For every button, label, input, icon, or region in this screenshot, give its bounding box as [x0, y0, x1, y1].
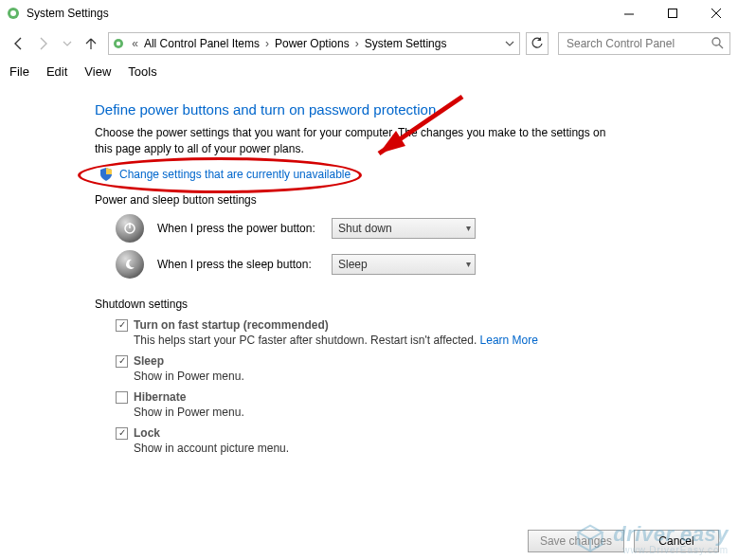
window-controls	[607, 0, 738, 27]
power-button-row: When I press the power button: Shut down…	[116, 214, 708, 243]
chevron-right-icon: ›	[351, 37, 363, 50]
page-title: Define power buttons and turn on passwor…	[95, 101, 708, 117]
search-input[interactable]	[565, 36, 711, 51]
power-button-dropdown[interactable]: Shut down ▾	[332, 218, 476, 239]
chevron-down-icon: ▾	[466, 259, 471, 269]
moon-icon	[116, 250, 144, 279]
lock-checkbox[interactable]	[116, 427, 128, 440]
chevron-right-icon: ›	[261, 37, 273, 50]
minimize-button[interactable]	[607, 0, 651, 27]
chevron-down-icon: ▾	[466, 223, 471, 233]
nav-row: « All Control Panel Items › Power Option…	[0, 27, 738, 61]
address-dropdown[interactable]	[500, 33, 519, 54]
close-button[interactable]	[694, 0, 738, 27]
recent-dropdown[interactable]	[56, 31, 79, 56]
learn-more-link[interactable]: Learn More	[480, 334, 538, 347]
breadcrumb-item[interactable]: All Control Panel Items	[142, 37, 261, 50]
power-icon	[116, 214, 144, 243]
search-icon[interactable]	[711, 36, 724, 52]
maximize-button[interactable]	[651, 0, 694, 27]
lock-option-desc: Show in account picture menu.	[134, 442, 289, 455]
fast-startup-desc: This helps start your PC faster after sh…	[134, 334, 538, 347]
hibernate-option-label: Hibernate	[134, 390, 244, 404]
content-pane: Define power buttons and turn on passwor…	[0, 84, 738, 455]
breadcrumb-sep-icon: «	[128, 37, 142, 50]
footer-buttons: Save changes Cancel	[528, 530, 719, 552]
lock-option-row: Lock Show in account picture menu.	[116, 426, 708, 455]
breadcrumb-item[interactable]: System Settings	[363, 37, 449, 50]
forward-button[interactable]	[32, 31, 55, 56]
sleep-button-row: When I press the sleep button: Sleep ▾	[116, 250, 708, 279]
hibernate-option-desc: Show in Power menu.	[134, 406, 244, 419]
menu-edit[interactable]: Edit	[46, 64, 67, 79]
power-sleep-heading: Power and sleep button settings	[95, 193, 708, 207]
refresh-button[interactable]	[526, 32, 549, 55]
sleep-option-label: Sleep	[134, 354, 244, 368]
sleep-button-dropdown[interactable]: Sleep ▾	[332, 254, 476, 275]
titlebar: System Settings	[0, 0, 738, 27]
up-button[interactable]	[81, 31, 103, 56]
sleep-option-row: Sleep Show in Power menu.	[116, 354, 708, 383]
shutdown-heading: Shutdown settings	[95, 298, 708, 311]
svg-line-9	[719, 45, 723, 48]
svg-point-7	[117, 42, 120, 45]
hibernate-option-row: Hibernate Show in Power menu.	[116, 390, 708, 419]
annotation-ellipse	[78, 157, 362, 193]
address-bar[interactable]: « All Control Panel Items › Power Option…	[108, 32, 520, 55]
back-button[interactable]	[8, 31, 30, 56]
svg-point-1	[10, 10, 16, 16]
lock-option-label: Lock	[134, 426, 289, 440]
address-icon	[109, 37, 128, 50]
svg-point-8	[712, 38, 720, 45]
sleep-button-value: Sleep	[338, 258, 368, 271]
menu-view[interactable]: View	[84, 64, 111, 79]
power-button-value: Shut down	[338, 222, 392, 235]
sleep-checkbox[interactable]	[116, 355, 128, 368]
app-icon	[6, 6, 21, 21]
window-title: System Settings	[27, 7, 109, 20]
menu-tools[interactable]: Tools	[128, 64, 156, 79]
sleep-button-label: When I press the sleep button:	[157, 258, 318, 271]
search-box[interactable]	[558, 32, 730, 55]
page-description: Choose the power settings that you want …	[95, 125, 625, 157]
power-button-label: When I press the power button:	[157, 222, 318, 235]
save-button[interactable]: Save changes	[528, 530, 624, 552]
svg-rect-3	[669, 9, 677, 18]
fast-startup-checkbox[interactable]	[116, 319, 128, 332]
fast-startup-row: Turn on fast startup (recommended) This …	[116, 318, 708, 347]
menu-bar: File Edit View Tools	[0, 61, 738, 84]
menu-file[interactable]: File	[9, 64, 29, 79]
hibernate-checkbox[interactable]	[116, 391, 128, 404]
fast-startup-label: Turn on fast startup (recommended)	[134, 318, 538, 332]
cancel-button[interactable]: Cancel	[634, 530, 719, 552]
breadcrumb-item[interactable]: Power Options	[273, 37, 351, 50]
sleep-option-desc: Show in Power menu.	[134, 370, 244, 383]
